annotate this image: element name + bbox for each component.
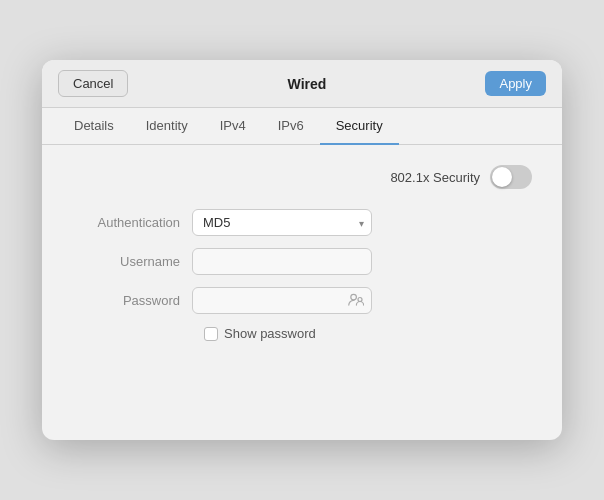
tab-ipv4[interactable]: IPv4 <box>204 108 262 145</box>
show-password-label[interactable]: Show password <box>224 326 316 341</box>
username-label: Username <box>72 254 192 269</box>
window-title: Wired <box>128 76 485 92</box>
password-wrapper <box>192 287 372 314</box>
tab-security[interactable]: Security <box>320 108 399 145</box>
security-toggle-row: 802.1x Security <box>72 165 532 189</box>
password-control <box>192 287 532 314</box>
password-label: Password <box>72 293 192 308</box>
titlebar: Cancel Wired Apply <box>42 60 562 108</box>
cancel-button[interactable]: Cancel <box>58 70 128 97</box>
toggle-knob <box>492 167 512 187</box>
password-input[interactable] <box>192 287 372 314</box>
tab-ipv6[interactable]: IPv6 <box>262 108 320 145</box>
content-area: 802.1x Security Authentication MD5 TLS L… <box>42 145 562 371</box>
username-row: Username <box>72 248 532 275</box>
apply-button[interactable]: Apply <box>485 71 546 96</box>
show-password-row: Show password <box>204 326 532 341</box>
show-password-checkbox[interactable] <box>204 327 218 341</box>
svg-point-0 <box>351 294 357 300</box>
authentication-select-wrapper: MD5 TLS LEAP PWD FAST TTLS PEAP ▾ <box>192 209 372 236</box>
svg-point-1 <box>358 297 362 301</box>
security-toggle-label: 802.1x Security <box>390 170 480 185</box>
tab-identity[interactable]: Identity <box>130 108 204 145</box>
username-control <box>192 248 532 275</box>
tab-details[interactable]: Details <box>58 108 130 145</box>
password-row: Password <box>72 287 532 314</box>
dialog-window: Cancel Wired Apply Details Identity IPv4… <box>42 60 562 440</box>
security-toggle[interactable] <box>490 165 532 189</box>
password-user-icon[interactable] <box>348 292 364 309</box>
authentication-control: MD5 TLS LEAP PWD FAST TTLS PEAP ▾ <box>192 209 532 236</box>
tab-bar: Details Identity IPv4 IPv6 Security <box>42 108 562 145</box>
username-input[interactable] <box>192 248 372 275</box>
authentication-row: Authentication MD5 TLS LEAP PWD FAST TTL… <box>72 209 532 236</box>
authentication-select[interactable]: MD5 TLS LEAP PWD FAST TTLS PEAP <box>192 209 372 236</box>
authentication-label: Authentication <box>72 215 192 230</box>
